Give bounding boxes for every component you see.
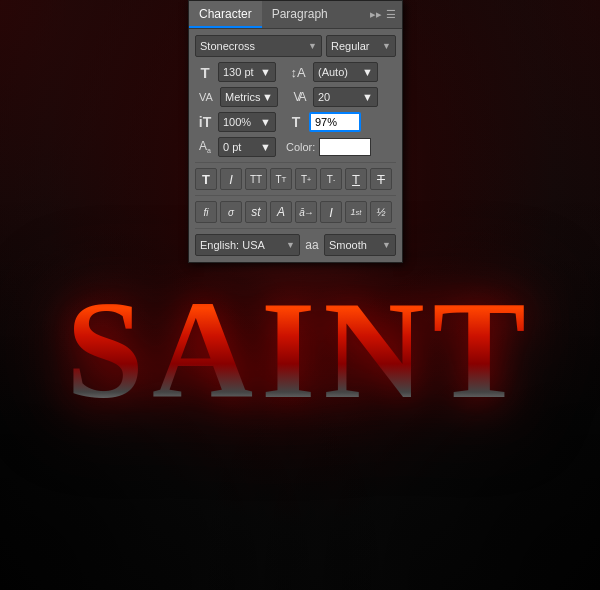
ot-btn-contextual[interactable]: ā→ (295, 201, 317, 223)
vert-scale-dropdown[interactable]: 100% ▼ (218, 112, 276, 132)
font-size-dropdown[interactable]: 130 pt ▼ (218, 62, 276, 82)
language-dropdown[interactable]: English: USA ▼ (195, 234, 300, 256)
baseline-arrow: ▼ (260, 141, 271, 153)
baseline-color-row: Aa 0 pt ▼ Color: (195, 137, 396, 157)
type-btn-allcaps[interactable]: TT (245, 168, 267, 190)
ot-btn-oldstyle[interactable]: σ (220, 201, 242, 223)
kerning-value-arrow: ▼ (362, 91, 373, 103)
tracking-group: T (286, 112, 361, 132)
vert-scale-group: iT 100% ▼ (195, 112, 276, 132)
ot-btn-ordinal[interactable]: 1st (345, 201, 367, 223)
divider-3 (195, 228, 396, 229)
panel-tab-icons: ▸▸ ☰ (370, 8, 402, 21)
font-family-arrow: ▼ (308, 41, 317, 51)
type-btn-smallcaps[interactable]: TT (270, 168, 292, 190)
type-style-buttons: T I TT TT T+ T- T T (195, 168, 396, 190)
kerning-type-group: VA Metrics ▼ (195, 87, 278, 107)
font-row: Stonecross ▼ Regular ▼ (195, 35, 396, 57)
type-btn-italic[interactable]: I (220, 168, 242, 190)
kerning-value-dropdown[interactable]: 20 ▼ (313, 87, 378, 107)
panel-content: Stonecross ▼ Regular ▼ T 130 pt ▼ ↕A (189, 29, 402, 262)
ot-btn-titling[interactable]: A (270, 201, 292, 223)
bottom-row: English: USA ▼ aa Smooth ▼ (195, 234, 396, 256)
kerning-value-icon: VA (288, 90, 310, 104)
font-style-dropdown[interactable]: Regular ▼ (326, 35, 396, 57)
language-value: English: USA (200, 239, 265, 251)
opentype-buttons: fi σ st A ā→ I 1st ½ (195, 201, 396, 223)
antialiasing-arrow: ▼ (382, 240, 391, 250)
color-swatch[interactable] (319, 138, 371, 156)
baseline-group: Aa 0 pt ▼ (195, 137, 276, 157)
vert-scale-arrow: ▼ (260, 116, 271, 128)
leading-value: (Auto) (318, 66, 348, 78)
panel-tabs: Character Paragraph ▸▸ ☰ (189, 1, 402, 29)
type-btn-bold[interactable]: T (195, 168, 217, 190)
divider-1 (195, 162, 396, 163)
kerning-row: VA Metrics ▼ VA 20 ▼ (195, 87, 396, 107)
vert-scale-value: 100% (223, 116, 251, 128)
leading-icon: ↕A (286, 65, 310, 80)
ot-btn-ligature[interactable]: fi (195, 201, 217, 223)
baseline-icon: Aa (195, 139, 215, 154)
baseline-dropdown[interactable]: 0 pt ▼ (218, 137, 276, 157)
leading-dropdown[interactable]: (Auto) ▼ (313, 62, 378, 82)
antialiasing-label: aa (304, 238, 320, 252)
divider-2 (195, 195, 396, 196)
tracking-icon: T (286, 114, 306, 130)
size-group: T 130 pt ▼ (195, 62, 276, 82)
kerning-icon: VA (195, 91, 217, 103)
font-family-value: Stonecross (200, 40, 255, 52)
tracking-input[interactable] (309, 112, 361, 132)
tab-paragraph[interactable]: Paragraph (262, 1, 338, 28)
leading-group: ↕A (Auto) ▼ (286, 62, 378, 82)
vert-scale-icon: iT (195, 114, 215, 130)
size-leading-row: T 130 pt ▼ ↕A (Auto) ▼ (195, 62, 396, 82)
ot-btn-fraction[interactable]: ½ (370, 201, 392, 223)
kerning-value-group: VA 20 ▼ (288, 87, 378, 107)
antialiasing-dropdown[interactable]: Smooth ▼ (324, 234, 396, 256)
kerning-type-dropdown[interactable]: Metrics ▼ (220, 87, 278, 107)
leading-arrow: ▼ (362, 66, 373, 78)
type-btn-superscript[interactable]: T+ (295, 168, 317, 190)
kerning-type-value: Metrics (225, 91, 260, 103)
panel-menu-icon[interactable]: ☰ (386, 8, 396, 21)
antialiasing-value: Smooth (329, 239, 367, 251)
type-btn-strikethrough[interactable]: T (370, 168, 392, 190)
font-size-value: 130 pt (223, 66, 254, 78)
color-row: Color: (286, 138, 371, 156)
type-btn-subscript[interactable]: T- (320, 168, 342, 190)
saint-text: SAINT (20, 280, 580, 420)
kerning-value-value: 20 (318, 91, 330, 103)
character-panel: Character Paragraph ▸▸ ☰ Stonecross ▼ Re… (188, 0, 403, 263)
baseline-value: 0 pt (223, 141, 241, 153)
ot-btn-discretionary[interactable]: I (320, 201, 342, 223)
scale-tracking-row: iT 100% ▼ T (195, 112, 396, 132)
font-size-arrow: ▼ (260, 66, 271, 78)
type-btn-underline[interactable]: T (345, 168, 367, 190)
panel-extend-icon[interactable]: ▸▸ (370, 8, 382, 21)
font-size-icon: T (195, 64, 215, 81)
font-style-value: Regular (331, 40, 370, 52)
font-style-arrow: ▼ (382, 41, 391, 51)
language-arrow: ▼ (286, 240, 295, 250)
font-family-dropdown[interactable]: Stonecross ▼ (195, 35, 322, 57)
tab-character[interactable]: Character (189, 1, 262, 28)
ot-btn-swash[interactable]: st (245, 201, 267, 223)
color-label: Color: (286, 141, 315, 153)
kerning-type-arrow: ▼ (262, 91, 273, 103)
